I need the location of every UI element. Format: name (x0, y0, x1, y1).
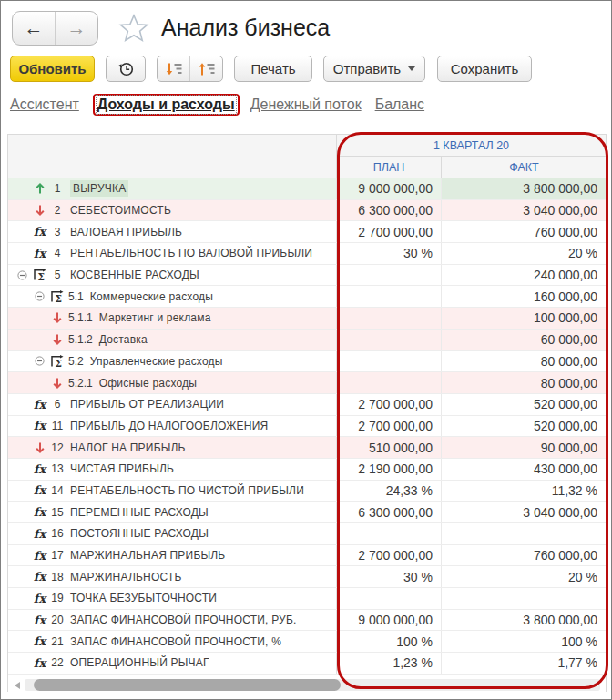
fact-value-cell[interactable]: 3 800 000,00 (442, 610, 606, 631)
scroll-left-arrow-icon[interactable] (15, 682, 20, 689)
table-row[interactable]: fx6ПРИБЫЛЬ ОТ РЕАЛИЗАЦИИ2 700 000,00520 … (8, 394, 606, 416)
fact-value-cell[interactable]: 3 040 000,00 (442, 502, 606, 522)
fact-value-cell[interactable]: 520 000,00 (442, 416, 606, 437)
table-row[interactable]: 5.1.1Маркетинг и реклама100 000,00 (8, 308, 606, 330)
plan-value-cell[interactable]: 9 000 000,00 (337, 610, 442, 631)
plan-value-cell[interactable]: 1,23 % (337, 653, 442, 674)
table-row[interactable]: fx11ПРИБЫЛЬ ДО НАЛОГООБЛОЖЕНИЯ2 700 000,… (8, 416, 606, 438)
scrollbar-track[interactable] (25, 679, 600, 691)
plan-value-cell[interactable]: 510 000,00 (337, 437, 442, 458)
plan-value-cell[interactable]: 30 % (337, 243, 442, 264)
table-row[interactable]: 5.2.1Офисные расходы80 000,00 (8, 372, 606, 394)
plan-value-cell[interactable] (337, 523, 442, 544)
fact-value-cell[interactable]: 11,32 % (442, 481, 606, 502)
forward-arrow-icon[interactable]: → (56, 12, 97, 45)
table-row[interactable]: fx17МАРЖИНАЛЬНАЯ ПРИБЫЛЬ2 700 000,00760 … (8, 545, 606, 567)
table-row[interactable]: Σ5КОСВЕННЫЕ РАСХОДЫ240 000,00 (8, 265, 606, 287)
plan-value-cell[interactable]: 6 300 000,00 (337, 200, 442, 221)
table-row[interactable]: fx18МАРЖИНАЛЬНОСТЬ30 %20 % (8, 566, 606, 588)
plan-value-cell[interactable] (337, 286, 442, 307)
fact-value-cell[interactable]: 100 % (442, 631, 606, 652)
plan-value-cell[interactable]: 2 700 000,00 (337, 416, 442, 437)
plan-value-cell[interactable] (337, 308, 442, 329)
row-label-cell[interactable]: 5.2.1Офисные расходы (8, 372, 337, 393)
fact-value-cell[interactable]: 80 000,00 (442, 351, 606, 372)
fact-value-cell[interactable]: 1,77 % (442, 653, 606, 674)
tab-balance[interactable]: Баланс (375, 96, 424, 113)
plan-value-cell[interactable]: 9 000 000,00 (337, 178, 442, 199)
tab-income-expenses[interactable]: Доходы и расходы (97, 96, 235, 112)
fact-value-cell[interactable] (442, 588, 606, 609)
row-label-cell[interactable]: fx15ПЕРЕМЕННЫЕ РАСХОДЫ (8, 502, 337, 522)
print-button[interactable]: Печать (234, 56, 312, 82)
row-label-cell[interactable]: fx11ПРИБЫЛЬ ДО НАЛОГООБЛОЖЕНИЯ (8, 416, 337, 437)
row-label-cell[interactable]: Σ5КОСВЕННЫЕ РАСХОДЫ (8, 265, 337, 286)
table-row[interactable]: fx22ОПЕРАЦИОННЫЙ РЫЧАГ1,23 %1,77 % (8, 653, 606, 675)
fact-value-cell[interactable]: 3 800 000,00 (442, 178, 606, 199)
history-button[interactable] (106, 56, 146, 82)
table-row[interactable]: 5.1.2Доставка60 000,00 (8, 330, 606, 351)
fact-value-cell[interactable]: 3 040 000,00 (442, 200, 606, 221)
collapse-expander-icon[interactable] (31, 356, 48, 366)
expand-levels-button[interactable] (158, 56, 190, 81)
collapse-expander-icon[interactable] (14, 270, 31, 280)
table-row[interactable]: 2СЕБЕСТОИМОСТЬ6 300 000,003 040 000,00 (8, 200, 606, 222)
save-button[interactable]: Сохранить (437, 56, 532, 82)
plan-value-cell[interactable] (337, 351, 442, 372)
fact-value-cell[interactable]: 760 000,00 (442, 545, 606, 566)
row-label-cell[interactable]: fx6ПРИБЫЛЬ ОТ РЕАЛИЗАЦИИ (8, 394, 337, 415)
period-column-header[interactable]: 1 КВАРТАЛ 20 (337, 135, 607, 157)
fact-value-cell[interactable]: 80 000,00 (442, 372, 606, 393)
plan-value-cell[interactable]: 2 190 000,00 (337, 459, 442, 480)
fact-value-cell[interactable]: 760 000,00 (442, 221, 606, 242)
scrollbar-thumb[interactable] (34, 679, 341, 691)
table-row[interactable]: Σ5.1Коммерческие расходы160 000,00 (8, 286, 606, 308)
plan-value-cell[interactable] (337, 372, 442, 393)
plan-value-cell[interactable]: 30 % (337, 566, 442, 587)
fact-value-cell[interactable]: 160 000,00 (442, 286, 606, 307)
table-row[interactable]: 12НАЛОГ НА ПРИБЫЛЬ510 000,0090 000,00 (8, 437, 606, 459)
fact-value-cell[interactable]: 430 000,00 (442, 459, 606, 480)
table-row[interactable]: fx15ПЕРЕМЕННЫЕ РАСХОДЫ6 300 000,003 040 … (8, 502, 606, 523)
row-label-cell[interactable]: 12НАЛОГ НА ПРИБЫЛЬ (8, 437, 337, 458)
row-label-cell[interactable]: fx4РЕНТАБЕЛЬНОСТЬ ПО ВАЛОВОЙ ПРИБЫЛИ (8, 243, 337, 264)
table-row[interactable]: fx16ПОСТОЯННЫЕ РАСХОДЫ (8, 523, 606, 545)
plan-column-header[interactable]: ПЛАН (337, 157, 442, 178)
fact-value-cell[interactable]: 20 % (442, 243, 606, 264)
table-row[interactable]: fx13ЧИСТАЯ ПРИБЫЛЬ2 190 000,00430 000,00 (8, 459, 606, 481)
tab-cash-flow[interactable]: Денежный поток (250, 96, 362, 113)
collapse-expander-icon[interactable] (31, 291, 48, 301)
table-row[interactable]: fx4РЕНТАБЕЛЬНОСТЬ ПО ВАЛОВОЙ ПРИБЫЛИ30 %… (8, 243, 606, 265)
fact-value-cell[interactable]: 520 000,00 (442, 394, 606, 415)
fact-column-header[interactable]: ФАКТ (442, 157, 607, 178)
table-row[interactable]: fx3ВАЛОВАЯ ПРИБЫЛЬ2 700 000,00760 000,00 (8, 221, 606, 243)
row-label-cell[interactable]: fx21ЗАПАС ФИНАНСОВОЙ ПРОЧНОСТИ, % (8, 631, 337, 652)
fact-value-cell[interactable]: 90 000,00 (442, 437, 606, 458)
table-row[interactable]: fx21ЗАПАС ФИНАНСОВОЙ ПРОЧНОСТИ, %100 %10… (8, 631, 606, 653)
plan-value-cell[interactable]: 2 700 000,00 (337, 545, 442, 566)
tab-assistant[interactable]: Ассистент (10, 96, 79, 113)
row-label-cell[interactable]: 1ВЫРУЧКА (8, 178, 337, 199)
plan-value-cell[interactable]: 6 300 000,00 (337, 502, 442, 522)
row-label-cell[interactable]: fx13ЧИСТАЯ ПРИБЫЛЬ (8, 459, 337, 480)
table-row[interactable]: fx19ТОЧКА БЕЗУБЫТОЧНОСТИ (8, 588, 606, 610)
plan-value-cell[interactable] (337, 588, 442, 609)
row-label-cell[interactable]: fx19ТОЧКА БЕЗУБЫТОЧНОСТИ (8, 588, 337, 609)
table-row[interactable]: fx20ЗАПАС ФИНАНСОВОЙ ПРОЧНОСТИ, РУБ.9 00… (8, 610, 606, 632)
plan-value-cell[interactable] (337, 330, 442, 350)
plan-value-cell[interactable]: 100 % (337, 631, 442, 652)
row-label-cell[interactable]: Σ5.1Коммерческие расходы (8, 286, 337, 307)
refresh-button[interactable]: Обновить (10, 56, 95, 82)
fact-value-cell[interactable] (442, 523, 606, 544)
row-label-cell[interactable]: fx16ПОСТОЯННЫЕ РАСХОДЫ (8, 523, 337, 544)
row-label-cell[interactable]: fx14РЕНТАБЕЛЬНОСТЬ ПО ЧИСТОЙ ПРИБЫЛИ (8, 481, 337, 502)
collapse-levels-button[interactable] (190, 56, 222, 81)
row-label-cell[interactable]: fx20ЗАПАС ФИНАНСОВОЙ ПРОЧНОСТИ, РУБ. (8, 610, 337, 631)
plan-value-cell[interactable]: 24,33 % (337, 481, 442, 502)
row-label-cell[interactable]: Σ5.2Управленческие расходы (8, 351, 337, 372)
row-label-cell[interactable]: 5.1.1Маркетинг и реклама (8, 308, 337, 329)
row-label-cell[interactable]: fx3ВАЛОВАЯ ПРИБЫЛЬ (8, 221, 337, 242)
table-row[interactable]: 1ВЫРУЧКА9 000 000,003 800 000,00 (8, 178, 606, 200)
plan-value-cell[interactable]: 2 700 000,00 (337, 394, 442, 415)
row-label-cell[interactable]: fx18МАРЖИНАЛЬНОСТЬ (8, 566, 337, 587)
